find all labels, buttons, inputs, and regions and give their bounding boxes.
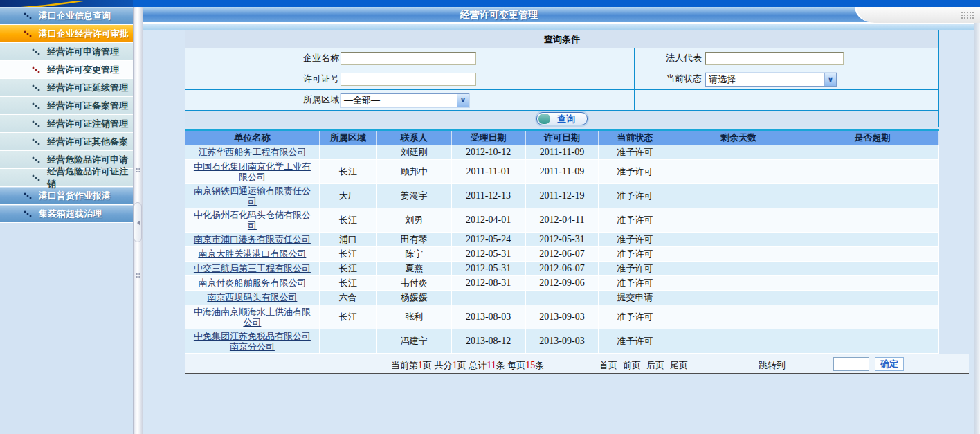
- cell-name: 中化扬州石化码头仓储有限公司: [185, 208, 320, 232]
- company-link[interactable]: 中交三航局第三工程有限公司: [194, 263, 311, 273]
- prev-page-link[interactable]: 前页: [623, 359, 641, 372]
- cell-license-date: 2013-09-03: [525, 329, 599, 353]
- cell-region: [319, 329, 376, 353]
- cell-accept-date: 2012-08-31: [451, 275, 525, 290]
- sidebar-item-3[interactable]: 经营许可变更管理: [0, 61, 133, 79]
- empty-cell: [702, 90, 938, 110]
- cell-accept-date: 2011-12-13: [451, 183, 525, 208]
- jump-to-page-input[interactable]: [833, 357, 869, 371]
- cell-remaining-days: [671, 208, 806, 232]
- first-page-link[interactable]: 首页: [599, 359, 617, 372]
- chevron-down-icon: ∨: [457, 94, 469, 107]
- sidebar-item-7[interactable]: 经营许可证其他备案: [0, 133, 133, 151]
- sidebar-item-label: 港口企业信息查询: [39, 10, 111, 22]
- cell-contact: 杨媛媛: [376, 290, 451, 305]
- cell-remaining-days: [671, 145, 806, 159]
- divider-blue: [143, 24, 980, 30]
- company-link[interactable]: 南京大胜关港港口有限公司: [198, 248, 306, 259]
- column-header-license-date: 许可日期: [525, 130, 599, 145]
- sidebar-item-6[interactable]: 经营许可证注销管理: [0, 115, 133, 133]
- menu-arrow-dots-icon: [24, 12, 32, 19]
- current-status-select[interactable]: 请选择 ∨: [705, 73, 837, 87]
- cell-status: 准予许可: [599, 305, 671, 329]
- menu-arrow-dots-icon: [32, 48, 40, 55]
- cell-license-date: 2012-06-07: [525, 261, 599, 275]
- cell-overdue: [806, 246, 939, 261]
- sidebar-item-2[interactable]: 经营许可申请管理: [0, 43, 133, 61]
- cell-overdue: [806, 183, 939, 208]
- jump-confirm-button[interactable]: 确定: [875, 357, 904, 371]
- company-link[interactable]: 南京市浦口港务有限责任公司: [194, 234, 311, 244]
- cell-region: 长江: [319, 246, 376, 261]
- license-no-input[interactable]: [341, 73, 476, 86]
- right-frame-edge: [974, 23, 980, 434]
- cell-status: 准予许可: [599, 232, 671, 246]
- table-row: 南京大胜关港港口有限公司长江陈宁2012-05-312012-06-07准予许可: [185, 246, 939, 261]
- empty-cell: [635, 90, 702, 110]
- sidebar: 港口企业信息查询港口企业经营许可审批经营许可申请管理经营许可变更管理经营许可证延…: [0, 7, 133, 434]
- company-link[interactable]: 南京西坝码头有限公司: [207, 292, 297, 302]
- company-link[interactable]: 中化扬州石化码头仓储有限公司: [191, 210, 313, 230]
- query-form: 查询条件 企业名称 法人代表 许可证号 当前状态 请选择 ∨ 所属区: [185, 30, 939, 127]
- sidebar-item-9[interactable]: 经营危险品许可证注销: [0, 169, 133, 187]
- cell-status: 准予许可: [599, 159, 671, 183]
- cell-region: 长江: [319, 305, 376, 329]
- cell-region: 大厂: [319, 183, 376, 208]
- cell-status: 准予许可: [599, 246, 671, 261]
- pagination-text: 当前第: [391, 360, 418, 370]
- cell-region: 六合: [319, 290, 376, 305]
- sidebar-item-4[interactable]: 经营许可证延续管理: [0, 79, 133, 97]
- pagination-text: 页 共分: [423, 360, 453, 370]
- page-title-bar: 经营许可变更管理: [143, 7, 980, 23]
- cell-remaining-days: [671, 246, 806, 261]
- cell-name: 南京大胜关港港口有限公司: [185, 246, 320, 261]
- sidebar-item-label: 经营许可变更管理: [47, 64, 119, 76]
- menu-arrow-dots-icon: [32, 66, 40, 73]
- column-header-remaining-days: 剩余天数: [671, 130, 806, 145]
- menu-arrow-dots-icon: [32, 156, 40, 163]
- company-link[interactable]: 南京付炎船舶服务有限公司: [198, 278, 306, 288]
- cell-overdue: [806, 208, 939, 232]
- company-link[interactable]: 南京钢铁四通运输有限责任公司: [191, 186, 313, 206]
- company-name-input[interactable]: [341, 52, 476, 65]
- sidebar-splitter[interactable]: [133, 7, 143, 434]
- sidebar-item-5[interactable]: 经营许可证备案管理: [0, 97, 133, 115]
- next-page-link[interactable]: 后页: [646, 359, 664, 372]
- cell-remaining-days: [671, 329, 806, 353]
- cell-accept-date: 2013-08-03: [451, 305, 525, 329]
- jump-to-label: 跳转到: [759, 359, 786, 372]
- menu-arrow-dots-icon: [32, 174, 40, 181]
- cell-remaining-days: [671, 183, 806, 208]
- sidebar-item-0[interactable]: 港口企业信息查询: [0, 7, 133, 25]
- cell-region: 长江: [319, 275, 376, 290]
- pagination-text: 页 总计: [457, 360, 487, 370]
- cell-overdue: [806, 145, 939, 159]
- splitter-collapse-handle[interactable]: [134, 202, 142, 242]
- main-area: 经营许可变更管理 查询条件 企业名称 法人代表 许可证号 当前状态 请选择: [143, 7, 980, 434]
- pagination-text: 条 每页: [496, 360, 526, 370]
- column-header-unit-name: 单位名称: [185, 130, 320, 145]
- sidebar-item-1[interactable]: 港口企业经营许可审批: [0, 25, 133, 43]
- company-link[interactable]: 中国石化集团南京化学工业有限公司: [191, 161, 313, 182]
- table-row: 中国石化集团南京化学工业有限公司长江顾邦中2011-11-012011-11-0…: [185, 159, 939, 183]
- pagination-number: 1: [418, 360, 423, 370]
- cell-remaining-days: [671, 159, 806, 183]
- cell-contact: 张利: [376, 305, 451, 329]
- company-link[interactable]: 中海油南京顺海水上供油有限公司: [191, 307, 313, 327]
- cell-remaining-days: [671, 261, 806, 275]
- sidebar-item-11[interactable]: 集装箱超载治理: [0, 205, 133, 223]
- table-row: 南京市浦口港务有限责任公司浦口田有琴2012-05-242012-05-31准予…: [185, 232, 939, 246]
- results-table: 单位名称 所属区域 联系人 受理日期 许可日期 当前状态 剩余天数 是否超期 江…: [185, 129, 939, 354]
- company-link[interactable]: 中免集团江苏免税品有限公司南京分公司: [191, 331, 313, 352]
- table-row: 南京付炎船舶服务有限公司长江韦付炎2012-08-312012-09-06准予许…: [185, 275, 939, 290]
- search-button[interactable]: 查询: [536, 112, 588, 125]
- sidebar-item-label: 港口企业经营许可审批: [39, 28, 129, 40]
- cell-license-date: [525, 290, 599, 305]
- company-link[interactable]: 江苏华西船务工程有限公司: [198, 147, 306, 157]
- legal-rep-input[interactable]: [705, 52, 844, 65]
- region-select[interactable]: —全部— ∨: [341, 93, 469, 107]
- last-page-link[interactable]: 尾页: [670, 359, 688, 372]
- table-row: 中免集团江苏免税品有限公司南京分公司冯建宁2013-08-122013-09-0…: [185, 329, 939, 353]
- table-header-row: 单位名称 所属区域 联系人 受理日期 许可日期 当前状态 剩余天数 是否超期: [185, 130, 939, 145]
- search-button-cap-icon: [538, 114, 550, 124]
